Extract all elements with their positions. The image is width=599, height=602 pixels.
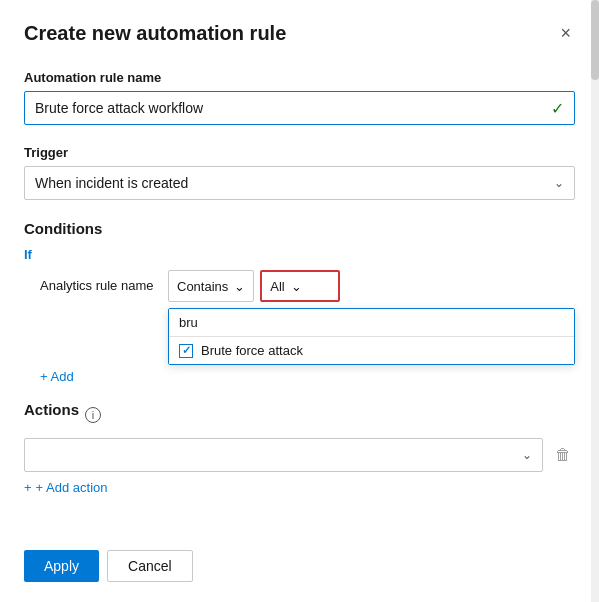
rule-name-group: Automation rule name ✓: [24, 70, 575, 125]
condition-row: Analytics rule name Contains ⌄ All ⌄: [40, 270, 575, 365]
action-dropdown[interactable]: ⌄: [24, 438, 543, 472]
create-automation-rule-dialog: Create new automation rule × Automation …: [0, 0, 599, 602]
trigger-dropdown[interactable]: When incident is created ⌄: [24, 166, 575, 200]
actions-section: Actions i ⌄ 🗑 + + Add action: [24, 401, 575, 495]
actions-header: Actions i: [24, 401, 575, 428]
info-icon: i: [85, 407, 101, 423]
rule-name-input-wrapper: ✓: [24, 91, 575, 125]
add-action-link[interactable]: + + Add action: [24, 480, 575, 495]
rule-name-label: Automation rule name: [24, 70, 575, 85]
condition-value-dropdown[interactable]: All ⌄: [260, 270, 340, 302]
value-chevron-icon: ⌄: [291, 279, 302, 294]
checkmark-icon: ✓: [551, 99, 564, 118]
brute-force-label: Brute force attack: [201, 343, 303, 358]
condition-controls: Contains ⌄ All ⌄ Brute force a: [168, 270, 575, 365]
add-condition-link[interactable]: + Add: [40, 369, 74, 384]
trigger-value: When incident is created: [35, 175, 188, 191]
condition-operator-dropdown[interactable]: Contains ⌄: [168, 270, 254, 302]
brute-force-checkbox[interactable]: [179, 344, 193, 358]
conditions-section: Conditions If Analytics rule name Contai…: [24, 220, 575, 385]
action-row: ⌄ 🗑: [24, 438, 575, 472]
operator-chevron-icon: ⌄: [234, 279, 245, 294]
trigger-group: Trigger When incident is created ⌄: [24, 145, 575, 200]
apply-button[interactable]: Apply: [24, 550, 99, 582]
condition-field-name: Analytics rule name: [40, 270, 160, 293]
cancel-button[interactable]: Cancel: [107, 550, 193, 582]
brute-force-option[interactable]: Brute force attack: [169, 337, 574, 364]
close-button[interactable]: ×: [556, 20, 575, 46]
action-chevron-icon: ⌄: [522, 448, 532, 462]
dialog-header: Create new automation rule ×: [0, 0, 599, 62]
rule-name-input[interactable]: [35, 100, 551, 116]
add-action-label: + Add action: [36, 480, 108, 495]
scrollbar-track[interactable]: [591, 0, 599, 602]
condition-value-text: All: [270, 279, 284, 294]
trigger-chevron-icon: ⌄: [554, 176, 564, 190]
search-dropdown: Brute force attack: [168, 308, 575, 365]
conditions-title: Conditions: [24, 220, 575, 237]
dialog-title: Create new automation rule: [24, 22, 286, 45]
operator-value: Contains: [177, 279, 228, 294]
scrollbar-thumb[interactable]: [591, 0, 599, 80]
search-input[interactable]: [169, 309, 574, 337]
actions-title: Actions: [24, 401, 79, 418]
if-label: If: [24, 247, 575, 262]
dialog-body: Automation rule name ✓ Trigger When inci…: [0, 62, 599, 538]
dialog-footer: Apply Cancel: [0, 538, 599, 602]
trash-icon[interactable]: 🗑: [551, 442, 575, 468]
condition-top-row: Contains ⌄ All ⌄: [168, 270, 575, 302]
trigger-label: Trigger: [24, 145, 575, 160]
plus-icon: +: [24, 480, 32, 495]
